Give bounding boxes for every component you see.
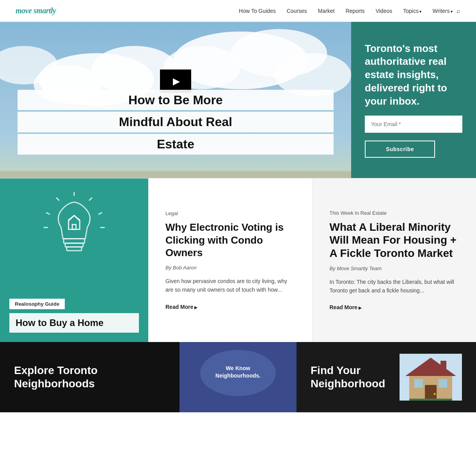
svg-rect-9: [0, 171, 351, 178]
hero-title-line3: Estate: [18, 134, 334, 155]
article2-excerpt: In Toronto: The city backs the Liberals,…: [330, 278, 459, 295]
subscribe-button[interactable]: Subscribe: [365, 141, 435, 158]
search-icon[interactable]: ⌕: [456, 7, 460, 14]
svg-rect-19: [67, 247, 82, 251]
svg-text:Neighbourhoods.: Neighbourhoods.: [215, 372, 261, 379]
svg-rect-33: [409, 399, 452, 401]
promo-left-label: Explore Toronto Neighborhoods: [14, 364, 98, 390]
svg-line-13: [56, 198, 59, 201]
promo-right[interactable]: Find Your Neighborhood: [297, 342, 476, 412]
site-logo[interactable]: move smartly: [16, 6, 56, 15]
article2-author: By Move Smartly Team: [330, 265, 459, 271]
svg-rect-29: [414, 379, 423, 388]
hero-title-line1: How to Be More: [18, 90, 334, 110]
house-illustration: [400, 354, 462, 401]
svg-rect-17: [64, 239, 85, 243]
navbar: move smartly How To Guides Courses Marke…: [0, 0, 476, 22]
svg-rect-31: [425, 385, 437, 401]
nav-link-market[interactable]: Market: [318, 8, 335, 14]
nav-item-reports[interactable]: Reports: [346, 7, 365, 14]
svg-point-32: [433, 393, 436, 395]
nav-item-videos[interactable]: Videos: [376, 7, 393, 14]
cards-section: Realosophy Guide How to Buy a Home Legal…: [0, 178, 476, 342]
promo-right-label: Find Your Neighborhood: [311, 364, 385, 390]
guide-card[interactable]: Realosophy Guide How to Buy a Home: [0, 178, 148, 342]
guide-label-wrapper: Realosophy Guide: [9, 299, 139, 313]
nav-link-how-to-guides[interactable]: How To Guides: [239, 8, 276, 14]
article1-author: By Bob Aaron: [165, 265, 295, 271]
hero-title-line2: Mindful About Real: [18, 112, 334, 132]
nav-item-writers[interactable]: Writers: [432, 7, 453, 14]
promo-left[interactable]: Explore Toronto Neighborhoods: [0, 342, 179, 412]
article2-read-more[interactable]: Read More: [330, 304, 459, 310]
svg-line-11: [89, 198, 92, 201]
promo-middle[interactable]: We Know Neighbourhoods.: [179, 342, 297, 412]
svg-marker-20: [69, 216, 80, 229]
guide-title: How to Buy a Home: [16, 317, 133, 329]
subscribe-heading: Toronto's most authoritative real estate…: [365, 42, 462, 108]
article2-title: What A Liberal Minority Will Mean For Ho…: [330, 221, 459, 260]
nav-item-courses[interactable]: Courses: [287, 7, 307, 14]
article1-read-more[interactable]: Read More: [165, 304, 295, 310]
article-card-2: This Week In Real Estate What A Liberal …: [313, 178, 476, 342]
guide-illustration: [0, 190, 148, 276]
article1-title: Why Electronic Voting is Clicking with C…: [165, 221, 295, 259]
svg-line-14: [46, 212, 50, 214]
article-card-1: Legal Why Electronic Voting is Clicking …: [148, 178, 313, 342]
nav-item-how-to-guides[interactable]: How To Guides: [239, 7, 276, 14]
email-input[interactable]: [365, 116, 462, 133]
svg-rect-28: [440, 361, 446, 372]
nav-link-courses[interactable]: Courses: [287, 8, 307, 14]
hero-title: How to Be More Mindful About Real Estate: [18, 90, 334, 155]
article1-excerpt: Given how pervasive condos are to city l…: [165, 277, 295, 294]
svg-rect-21: [72, 224, 76, 229]
nav-link-writers[interactable]: Writers: [432, 8, 449, 14]
nav-item-topics[interactable]: Topics: [403, 7, 421, 14]
svg-line-12: [98, 212, 102, 214]
subscribe-panel: Toronto's most authoritative real estate…: [351, 22, 476, 178]
svg-text:We Know: We Know: [226, 365, 250, 371]
promo-right-text: Find Your Neighborhood: [311, 364, 392, 390]
nav-link-topics[interactable]: Topics: [403, 8, 419, 14]
article2-category: This Week In Real Estate: [330, 210, 459, 216]
nav-menu: How To Guides Courses Market Reports Vid…: [239, 7, 453, 14]
promo-left-text: Explore Toronto Neighborhoods: [14, 364, 165, 390]
neighbourhoods-blob: We Know Neighbourhoods.: [195, 350, 281, 404]
nav-item-market[interactable]: Market: [318, 7, 335, 14]
nav-link-videos[interactable]: Videos: [376, 8, 393, 14]
nav-link-reports[interactable]: Reports: [346, 8, 365, 14]
hero-section: How to Be More Mindful About Real Estate…: [0, 22, 476, 178]
hero-video-panel: How to Be More Mindful About Real Estate: [0, 22, 351, 178]
svg-rect-18: [65, 243, 83, 247]
guide-title-box: How to Buy a Home: [9, 313, 139, 333]
article1-category: Legal: [165, 210, 295, 216]
svg-rect-30: [439, 379, 447, 388]
promo-strip: Explore Toronto Neighborhoods We Know Ne…: [0, 342, 476, 412]
guide-label: Realosophy Guide: [9, 299, 65, 309]
